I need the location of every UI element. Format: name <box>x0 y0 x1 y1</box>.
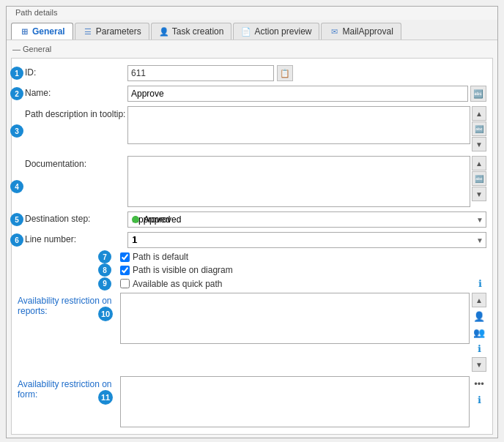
avail-reports-side-btns: ▲ 👤 👥 ℹ ▼ <box>472 293 486 372</box>
doc-scroll-down[interactable]: ▼ <box>472 187 486 201</box>
line-number-select-wrap: 1 1 ▼ <box>127 232 486 248</box>
tab-task-creation[interactable]: 👤 Task creation <box>151 23 232 40</box>
panel-title-text: Path details <box>12 8 60 17</box>
quick-path-checkbox[interactable] <box>120 279 130 288</box>
quick-path-label: Available as quick path <box>133 279 223 289</box>
badge-9: 9 <box>98 277 111 291</box>
tab-mail-approval[interactable]: ✉ MailApproval <box>321 23 401 40</box>
badge-1: 1 <box>10 67 23 80</box>
path-default-row: 7 Path is default <box>12 250 492 263</box>
path-desc-textarea[interactable] <box>127 106 470 144</box>
path-default-checkbox-label[interactable]: Path is default <box>120 252 188 262</box>
section-label: — General <box>7 40 497 55</box>
name-translate-button[interactable]: 🔤 <box>470 86 486 102</box>
documentation-textarea-wrap: ▲ 🔤 ▼ <box>127 156 486 207</box>
doc-translate[interactable]: 🔤 <box>472 171 486 186</box>
path-visible-checkbox-label[interactable]: Path is visible on diagram <box>120 265 233 275</box>
general-section: 1 ID: 📋 2 Name: 🔤 3 Path description in … <box>11 58 493 435</box>
documentation-side-btns: ▲ 🔤 ▼ <box>472 156 486 207</box>
avail-reports-group-icon[interactable]: 👥 <box>472 325 486 340</box>
avail-reports-info-icon[interactable]: ℹ <box>472 341 486 356</box>
avail-reports-person-icon[interactable]: 👤 <box>472 309 486 323</box>
path-details-panel: Path details ⊞ General ☰ Parameters 👤 Ta… <box>6 6 498 438</box>
tab-mail-approval-label: MailApproval <box>342 26 393 37</box>
name-label: Name: <box>25 86 127 98</box>
avail-reports-row: Availability restriction on reports: ▲ 👤… <box>12 291 492 374</box>
avail-reports-textarea-wrap: ▲ 👤 👥 ℹ ▼ <box>120 293 486 372</box>
tab-task-creation-label: Task creation <box>172 26 224 37</box>
destination-step-select[interactable]: Approved <box>127 211 486 228</box>
path-default-checkbox[interactable] <box>120 252 130 262</box>
destination-step-label: Destination step: <box>25 211 127 224</box>
avail-reports-scroll-down[interactable]: ▼ <box>472 357 486 372</box>
path-visible-label: Path is visible on diagram <box>133 265 233 275</box>
parameters-tab-icon: ☰ <box>83 26 93 37</box>
tab-parameters-label: Parameters <box>96 26 141 37</box>
id-row: 1 ID: 📋 <box>12 63 492 83</box>
quick-path-checkbox-label[interactable]: Available as quick path <box>120 279 223 289</box>
path-desc-scroll-down[interactable]: ▼ <box>472 137 486 151</box>
avail-form-side-btns: ••• ℹ <box>472 376 486 427</box>
id-copy-button[interactable]: 📋 <box>277 65 293 81</box>
quick-path-info-icon[interactable]: ℹ <box>478 278 482 289</box>
line-number-row: 6 Line number: 1 1 ▼ <box>12 230 492 250</box>
tab-general[interactable]: ⊞ General <box>11 23 73 40</box>
doc-scroll-up[interactable]: ▲ <box>472 156 486 171</box>
name-wrap: 🔤 <box>127 86 486 102</box>
tab-parameters[interactable]: ☰ Parameters <box>75 23 149 40</box>
destination-step-select-wrap: Approved Approved ▼ <box>127 211 486 228</box>
path-default-label: Path is default <box>133 252 188 262</box>
path-desc-label: Path description in tooltip: <box>25 106 127 119</box>
general-tab-icon: ⊞ <box>19 26 29 37</box>
id-area: 📋 <box>127 65 293 81</box>
avail-reports-scroll-up[interactable]: ▲ <box>472 293 486 307</box>
tab-action-preview[interactable]: 📄 Action preview <box>233 23 319 40</box>
avail-form-info-icon[interactable]: ℹ <box>472 392 486 407</box>
avail-form-textarea[interactable] <box>120 376 470 427</box>
tabs-bar: ⊞ General ☰ Parameters 👤 Task creation 📄… <box>7 20 497 40</box>
avail-reports-textarea[interactable] <box>120 293 470 344</box>
id-label: ID: <box>25 65 127 78</box>
path-desc-translate[interactable]: 🔤 <box>472 121 486 136</box>
line-number-label: Line number: <box>25 232 127 244</box>
panel-title: Path details <box>7 7 497 20</box>
destination-step-row: 5 Destination step: Approved Approved ▼ <box>12 209 492 230</box>
avail-form-textarea-wrap: ••• ℹ <box>120 376 486 427</box>
tab-general-label: General <box>32 26 65 37</box>
path-visible-checkbox[interactable] <box>120 266 130 275</box>
documentation-label: Documentation: <box>25 156 127 169</box>
quick-path-row: 9 Available as quick path ℹ <box>12 277 492 291</box>
path-desc-row: 3 Path description in tooltip: ▲ 🔤 ▼ <box>12 104 492 154</box>
path-desc-side-btns: ▲ 🔤 ▼ <box>472 106 486 151</box>
badge-8: 8 <box>98 263 111 277</box>
badge-11: 11 <box>98 390 113 405</box>
tab-action-preview-label: Action preview <box>254 26 311 37</box>
badge-3: 3 <box>10 124 23 138</box>
path-desc-scroll-up[interactable]: ▲ <box>472 106 486 121</box>
mail-approval-tab-icon: ✉ <box>329 26 339 37</box>
documentation-row: 4 Documentation: ▲ 🔤 ▼ <box>12 154 492 209</box>
id-input[interactable] <box>127 65 274 81</box>
line-number-select[interactable]: 1 <box>127 232 486 248</box>
avail-form-row: Availability restriction on form: ••• ℹ … <box>12 374 492 430</box>
task-creation-tab-icon: 👤 <box>159 26 169 37</box>
avail-form-dots-icon[interactable]: ••• <box>472 376 486 391</box>
badge-2: 2 <box>10 87 23 100</box>
name-input[interactable] <box>127 86 468 102</box>
action-preview-tab-icon: 📄 <box>241 26 251 37</box>
badge-10: 10 <box>98 307 113 321</box>
name-row: 2 Name: 🔤 <box>12 83 492 104</box>
path-visible-row: 8 Path is visible on diagram <box>12 263 492 277</box>
badge-7: 7 <box>98 250 111 263</box>
path-desc-textarea-wrap: ▲ 🔤 ▼ <box>127 106 486 151</box>
badge-6: 6 <box>10 233 23 247</box>
badge-5: 5 <box>10 213 23 226</box>
badge-4: 4 <box>10 180 23 193</box>
documentation-textarea[interactable] <box>127 156 470 207</box>
